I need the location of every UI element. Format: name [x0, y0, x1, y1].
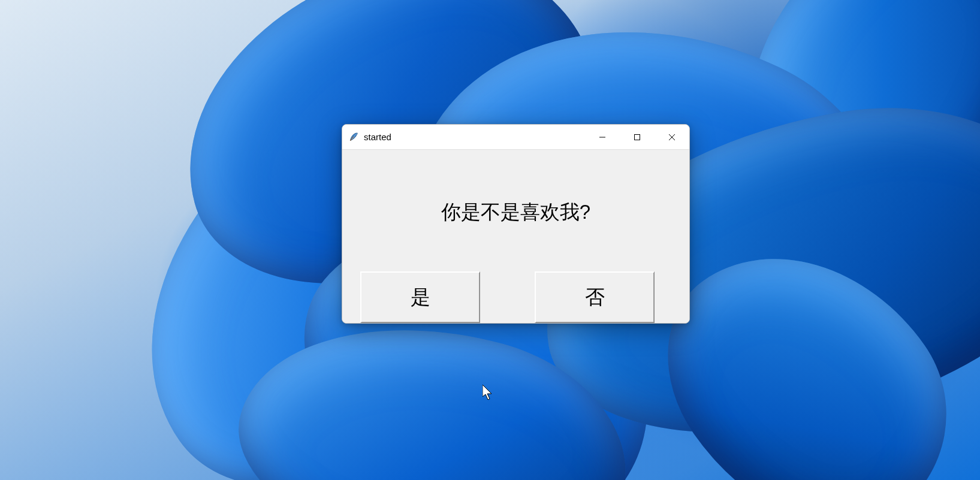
close-button[interactable] [655, 125, 689, 149]
desktop-background: started 你是不是喜欢我? 是 否 [0, 0, 980, 480]
minimize-icon [599, 134, 606, 141]
dialog-window: started 你是不是喜欢我? 是 否 [342, 124, 690, 324]
close-icon [668, 134, 676, 141]
no-button[interactable]: 否 [535, 271, 655, 323]
maximize-button[interactable] [620, 125, 655, 149]
svg-rect-1 [635, 134, 640, 140]
question-label: 你是不是喜欢我? [342, 150, 689, 271]
buttons-row: 是 否 [342, 271, 689, 323]
tk-feather-icon [348, 132, 359, 143]
window-controls [585, 125, 689, 149]
window-title: started [364, 132, 585, 142]
maximize-icon [634, 134, 641, 141]
window-body: 你是不是喜欢我? 是 否 [342, 150, 689, 323]
yes-button[interactable]: 是 [360, 271, 480, 323]
window-titlebar[interactable]: started [342, 125, 689, 150]
minimize-button[interactable] [585, 125, 620, 149]
